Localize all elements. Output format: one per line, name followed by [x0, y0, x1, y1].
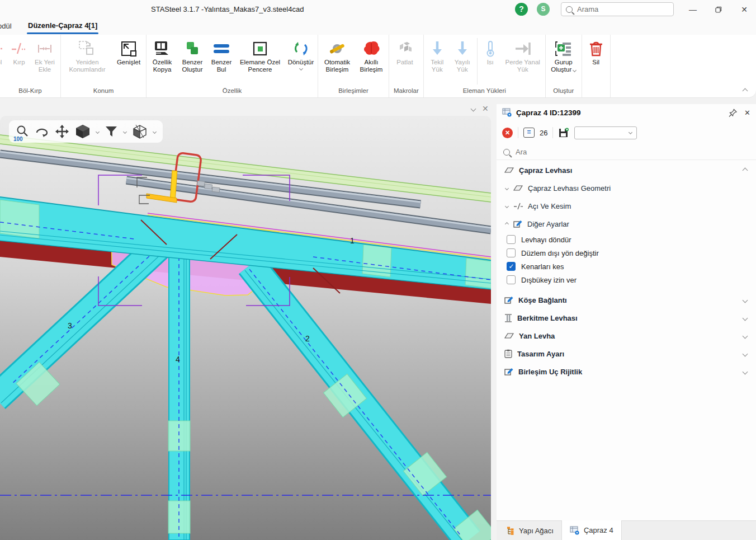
find-similar-icon — [212, 39, 231, 59]
chevron-up-icon[interactable] — [743, 167, 748, 173]
edit-pen-icon — [513, 220, 522, 228]
checkbox[interactable] — [507, 235, 516, 244]
user-avatar[interactable]: S — [537, 3, 550, 16]
chevron-down-icon[interactable] — [743, 369, 748, 374]
tree-section-kose-baglanti[interactable]: Köşe Bağlantı — [497, 291, 756, 309]
patlat-button: Patlat — [390, 37, 419, 68]
chevron-down-icon[interactable] — [153, 129, 157, 133]
save-icon[interactable] — [558, 128, 569, 138]
search-input[interactable] — [577, 5, 655, 13]
chevron-down-icon[interactable] — [743, 351, 748, 356]
chevron-up-icon[interactable] — [505, 222, 509, 226]
elemane-ozel-pencere-button[interactable]: Elemane Özel Pencere — [235, 37, 285, 75]
ek-yeri-ekle-button: Ek Yeri Ekle — [30, 37, 59, 75]
member-label-4: 4 — [176, 355, 180, 364]
otomatik-birlesim-button[interactable]: Otomatik Birleşim — [319, 37, 355, 75]
equals-filter-button[interactable]: = — [523, 128, 535, 138]
panel-search-input[interactable] — [516, 148, 627, 156]
view-cube-button[interactable] — [75, 124, 91, 139]
orbit-tool-button[interactable] — [35, 125, 49, 138]
tree-item-diger-ayarlar[interactable]: Diğer Ayarlar — [497, 215, 756, 233]
checkbox-levhayi-dondur[interactable]: Levhayı döndür — [497, 233, 756, 246]
cancel-button[interactable]: ✕ — [502, 128, 513, 138]
chevron-down-icon[interactable] — [743, 297, 748, 303]
tab-capraz-4[interactable]: Çapraz 4 — [561, 520, 622, 540]
roof-beam[interactable] — [0, 135, 491, 202]
chevron-down-icon[interactable] — [743, 315, 748, 321]
plate-icon — [504, 167, 514, 173]
donustur-button[interactable]: Dönüştür — [285, 37, 316, 72]
checkbox-kenarlari-kes[interactable]: Kenarları kes — [497, 260, 756, 273]
chevron-down-icon[interactable] — [505, 204, 509, 208]
benzer-bul-button[interactable]: Benzer Bul — [208, 37, 235, 75]
plate-icon — [513, 185, 523, 191]
ribbon-collapse-icon[interactable] — [743, 88, 748, 94]
3d-viewport-canvas[interactable]: 1 2 3 4 — [0, 116, 491, 540]
chevron-down-icon[interactable] — [471, 106, 476, 112]
reposition-icon — [78, 39, 97, 59]
ribbon-group-olustur: Gurup Oluştur Oluştur — [546, 35, 582, 97]
smart-connection-icon — [362, 39, 381, 59]
group-label-konum: Konum — [62, 86, 145, 96]
brace-member-3[interactable] — [0, 242, 168, 406]
axonometric-view-button[interactable] — [132, 124, 148, 139]
ribbon-group-sil: Sil — [582, 35, 611, 97]
checkbox[interactable] — [507, 248, 516, 257]
tree-section-tasarim-ayari[interactable]: Tasarım Ayarı — [497, 345, 756, 363]
tab-duzenle-capraz[interactable]: Düzenle-Çapraz 4[1] — [28, 21, 97, 32]
tree-section-yan-levha[interactable]: Yan Levha — [497, 327, 756, 345]
ribbon-group-konum: Yeniden Konumlandır Genişlet Konum — [61, 35, 147, 97]
tree-item-geometri[interactable]: Çapraz Levhası Geometri — [497, 179, 756, 197]
checkbox-duzlem-disi[interactable]: Düzlem dışı yön değiştir — [497, 246, 756, 260]
checkbox[interactable] — [507, 275, 516, 284]
checkbox-disbukey[interactable]: Dışbükey izin ver — [497, 273, 756, 287]
zoom-tool-button[interactable]: 100 — [16, 125, 29, 138]
preset-dropdown[interactable] — [574, 126, 637, 139]
panel-close-icon[interactable]: ✕ — [744, 109, 750, 117]
global-search[interactable] — [561, 2, 674, 16]
chevron-down-icon[interactable] — [123, 129, 127, 133]
tree-section-berkitme-levhasi[interactable]: Berkitme Levhası — [497, 309, 756, 327]
group-label-ozellik: Özellik — [148, 86, 316, 96]
chevron-down-icon[interactable] — [505, 186, 509, 190]
search-icon — [566, 6, 573, 13]
tab-module-partial[interactable]: odül — [0, 22, 12, 30]
benzer-olustur-button[interactable]: Benzer Oluştur — [177, 37, 208, 75]
pin-icon[interactable] — [729, 109, 737, 117]
chevron-down-icon — [629, 130, 632, 134]
panel-search[interactable] — [497, 144, 756, 160]
checkbox-checked[interactable] — [507, 262, 516, 271]
chevron-down-icon[interactable] — [96, 129, 100, 133]
gurup-olustur-button[interactable]: Gurup Oluştur — [547, 37, 580, 75]
tree-item-aci-ve-kesim[interactable]: Açı Ve Kesim — [497, 197, 756, 215]
ozellik-kopya-button[interactable]: Özellik Kopya — [148, 37, 177, 75]
genislet-button[interactable]: Genişlet — [112, 37, 145, 68]
pan-tool-button[interactable] — [55, 124, 69, 139]
splice-icon — [36, 39, 53, 59]
close-button[interactable]: ✕ — [736, 3, 753, 16]
minimize-button[interactable]: — — [684, 3, 701, 16]
distributed-load-icon — [455, 39, 470, 59]
brace-member-2[interactable] — [245, 265, 491, 540]
member-label-2: 2 — [305, 334, 310, 343]
tree-section-birlesim-uc-rijitlik[interactable]: Birleşim Uç Rijitlik — [497, 363, 756, 381]
zoom-level: 100 — [13, 136, 23, 142]
tree-section-capraz-levhasi[interactable]: Çapraz Levhası — [497, 161, 756, 179]
expand-icon — [120, 39, 138, 59]
chevron-down-icon[interactable] — [743, 333, 748, 339]
group-label-makrolar: Makrolar — [390, 86, 422, 96]
sil-button[interactable]: Sil — [583, 37, 609, 68]
3d-viewport[interactable]: 1 2 3 4 100 — [0, 116, 491, 540]
ribbon-group-makrolar: Patlat Makrolar — [389, 35, 424, 97]
convert-icon — [292, 39, 310, 59]
viewport-close-icon[interactable]: ✕ — [482, 104, 489, 113]
panel-toolbar: ✕ = 26 — [497, 124, 756, 141]
help-button[interactable]: ? — [515, 3, 528, 16]
perde-yanal-yuk-button: Perde Yanal Yük — [502, 37, 544, 75]
filter-button[interactable] — [105, 125, 118, 138]
tab-yapi-agaci[interactable]: Yapı Ağacı — [499, 521, 561, 540]
akilli-birlesim-button[interactable]: Akıllı Birleşim — [355, 37, 388, 75]
restore-button[interactable] — [710, 3, 727, 16]
trash-icon — [588, 39, 604, 59]
chevron-down-icon — [573, 68, 577, 72]
